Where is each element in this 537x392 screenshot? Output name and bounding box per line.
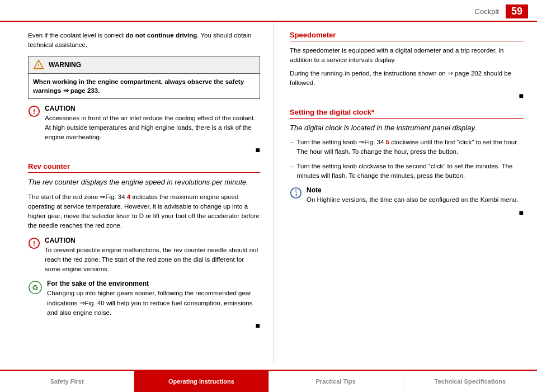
environment-label: For the sake of the environment bbox=[47, 280, 260, 287]
bullet-2: ■ bbox=[28, 321, 260, 330]
footer-item-technical[interactable]: Technical Specifications bbox=[403, 371, 537, 392]
bullet-1: ■ bbox=[28, 145, 260, 154]
fig-ref-4: 4 bbox=[127, 193, 130, 200]
footer-technical-label: Technical Specifications bbox=[435, 378, 506, 385]
caution-2-content: CAUTION To prevent possible engine malfu… bbox=[45, 237, 260, 275]
rev-counter-italic: The rev counter displays the engine spee… bbox=[28, 177, 260, 187]
note-text: On Highline versions, the time can also … bbox=[307, 195, 518, 205]
right-column: Speedometer The speedometer is equipped … bbox=[274, 22, 537, 363]
speedometer-section: Speedometer The speedometer is equipped … bbox=[290, 31, 524, 100]
caution-1-text: Accessories in front of the air inlet re… bbox=[45, 114, 260, 143]
speedometer-heading: Speedometer bbox=[290, 31, 524, 41]
environment-icon: ♻ bbox=[28, 280, 43, 295]
caution-icon-2: ! bbox=[28, 237, 40, 249]
footer-item-operating[interactable]: Operating Instructions bbox=[134, 371, 268, 392]
intro-text: Even if the coolant level is correct bbox=[28, 32, 126, 39]
caution-2-text: To prevent possible engine malfunctions,… bbox=[45, 245, 260, 275]
caution-box-2: ! CAUTION To prevent possible engine mal… bbox=[28, 237, 260, 275]
clock-step-1: – Turn the setting knob ⇒Fig. 34 5 clock… bbox=[290, 138, 524, 157]
environment-content: For the sake of the environment Changing… bbox=[47, 280, 260, 318]
caution-1-content: CAUTION Accessories in front of the air … bbox=[45, 105, 260, 143]
left-column: Even if the coolant level is correct do … bbox=[0, 22, 274, 363]
intro-paragraph: Even if the coolant level is correct do … bbox=[28, 31, 260, 50]
note-icon: i ℹ bbox=[290, 187, 302, 199]
speedometer-body2: During the running-in period, the instru… bbox=[290, 69, 524, 88]
footer: Safety First Operating Instructions Prac… bbox=[0, 370, 537, 392]
caution-box-1: ! CAUTION Accessories in front of the ai… bbox=[28, 105, 260, 143]
warning-label: WARNING bbox=[49, 61, 81, 69]
clock-step-2-text: Turn the setting knob clockwise to the s… bbox=[296, 162, 524, 181]
caution-2-label: CAUTION bbox=[45, 237, 260, 244]
note-content: Note On Highline versions, the time can … bbox=[307, 186, 518, 205]
header-title: Cockpit bbox=[475, 7, 499, 16]
speedometer-body1: The speedometer is equipped with a digit… bbox=[290, 46, 524, 65]
caution-icon-1: ! bbox=[28, 105, 40, 117]
caution-1-label: CAUTION bbox=[45, 105, 260, 112]
clock-step-2: – Turn the setting knob clockwise to the… bbox=[290, 162, 524, 181]
intro-bold: do not continue driving bbox=[126, 32, 197, 39]
footer-safety-label: Safety First bbox=[50, 378, 84, 385]
svg-text:ℹ: ℹ bbox=[295, 192, 297, 197]
footer-practical-label: Practical Tips bbox=[315, 378, 355, 385]
warning-content: When working in the engine compartment, … bbox=[29, 74, 260, 98]
main-content: Even if the coolant level is correct do … bbox=[0, 22, 537, 363]
dash-2: – bbox=[290, 162, 293, 171]
note-box: i ℹ Note On Highline versions, the time … bbox=[290, 186, 524, 205]
svg-text:!: ! bbox=[37, 63, 39, 68]
page-number: 59 bbox=[506, 4, 528, 18]
footer-operating-label: Operating Instructions bbox=[168, 378, 234, 385]
environment-text: Changing up into higher gears sooner, fo… bbox=[47, 289, 260, 318]
svg-text:♻: ♻ bbox=[32, 284, 39, 292]
environment-box: ♻ For the sake of the environment Changi… bbox=[28, 280, 260, 318]
fig-ref-5: 5 bbox=[386, 139, 389, 145]
warning-text: When working in the engine compartment, … bbox=[33, 78, 244, 94]
dash-1: – bbox=[290, 138, 293, 147]
warning-header: ! WARNING bbox=[29, 56, 260, 74]
rev-counter-body: The start of the red zone ⇒Fig. 34 4 ind… bbox=[28, 192, 260, 231]
bullet-4: ■ bbox=[290, 208, 524, 217]
bullet-3: ■ bbox=[290, 91, 524, 100]
page-header: Cockpit 59 bbox=[0, 0, 537, 22]
clock-step-1-text: Turn the setting knob ⇒Fig. 34 5 clockwi… bbox=[296, 138, 524, 157]
footer-item-practical[interactable]: Practical Tips bbox=[269, 371, 403, 392]
rev-counter-heading: Rev counter bbox=[28, 162, 260, 173]
digital-clock-heading: Setting the digital clock* bbox=[290, 108, 524, 119]
rev-counter-section: Rev counter The rev counter displays the… bbox=[28, 162, 260, 230]
svg-text:!: ! bbox=[33, 239, 35, 247]
warning-triangle-icon: ! bbox=[33, 59, 44, 70]
footer-item-safety[interactable]: Safety First bbox=[0, 371, 134, 392]
warning-box: ! WARNING When working in the engine com… bbox=[28, 56, 260, 99]
digital-clock-italic: The digital clock is located in the inst… bbox=[290, 123, 524, 133]
digital-clock-section: Setting the digital clock* The digital c… bbox=[290, 108, 524, 217]
svg-text:!: ! bbox=[33, 107, 35, 115]
note-label: Note bbox=[307, 186, 518, 194]
